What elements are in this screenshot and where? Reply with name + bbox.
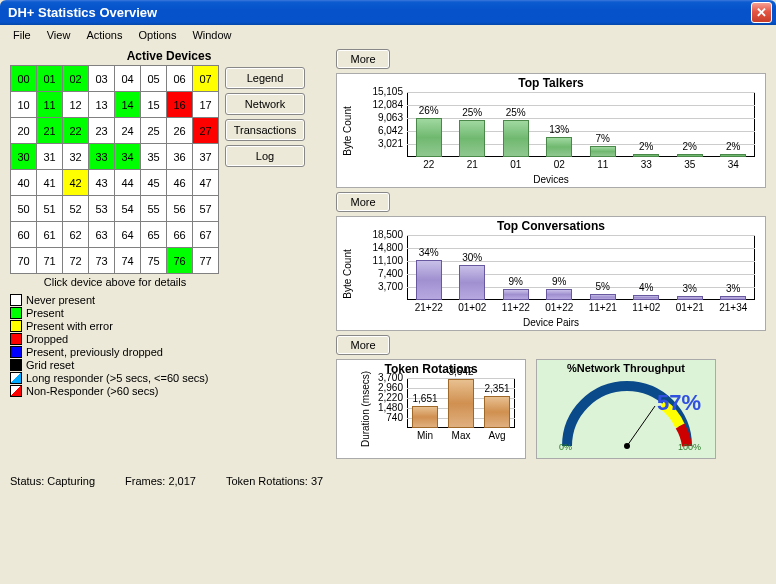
device-cell[interactable]: 74	[115, 248, 141, 274]
device-cell[interactable]: 04	[115, 66, 141, 92]
device-cell[interactable]: 62	[63, 222, 89, 248]
device-cell[interactable]: 14	[115, 92, 141, 118]
legend-row: Never present	[10, 294, 328, 306]
device-cell[interactable]: 07	[193, 66, 219, 92]
frames-label: Frames: 2,017	[125, 475, 196, 487]
bar-value-label: 2%	[683, 141, 697, 152]
network-button[interactable]: Network	[225, 93, 305, 115]
device-cell[interactable]: 10	[11, 92, 37, 118]
bar-value-label: 26%	[419, 105, 439, 116]
device-cell[interactable]: 31	[37, 144, 63, 170]
legend-row: Grid reset	[10, 359, 328, 371]
legend-swatch	[10, 372, 22, 384]
category-label: Max	[441, 430, 481, 441]
category-label: 21	[452, 159, 492, 170]
device-cell[interactable]: 17	[193, 92, 219, 118]
category-label: Avg	[477, 430, 517, 441]
device-cell[interactable]: 34	[115, 144, 141, 170]
device-cell[interactable]: 64	[115, 222, 141, 248]
y-tick: 15,105	[372, 86, 403, 97]
device-cell[interactable]: 71	[37, 248, 63, 274]
device-cell[interactable]: 25	[141, 118, 167, 144]
bar: 7%	[590, 146, 616, 157]
device-cell[interactable]: 61	[37, 222, 63, 248]
bar-value-label: 30%	[462, 252, 482, 263]
status-label: Status: Capturing	[10, 475, 95, 487]
device-cell[interactable]: 03	[89, 66, 115, 92]
device-cell[interactable]: 66	[167, 222, 193, 248]
device-cell[interactable]: 27	[193, 118, 219, 144]
device-cell[interactable]: 23	[89, 118, 115, 144]
close-icon[interactable]: ✕	[751, 2, 772, 23]
device-cell[interactable]: 77	[193, 248, 219, 274]
bar-value-label: 13%	[549, 124, 569, 135]
device-cell[interactable]: 54	[115, 196, 141, 222]
device-cell[interactable]: 05	[141, 66, 167, 92]
category-label: 01+02	[452, 302, 492, 313]
device-cell[interactable]: 16	[167, 92, 193, 118]
device-cell[interactable]: 42	[63, 170, 89, 196]
transactions-button[interactable]: Transactions	[225, 119, 305, 141]
device-cell[interactable]: 56	[167, 196, 193, 222]
device-cell[interactable]: 67	[193, 222, 219, 248]
category-label: 01+22	[539, 302, 579, 313]
device-cell[interactable]: 40	[11, 170, 37, 196]
device-cell[interactable]: 72	[63, 248, 89, 274]
device-cell[interactable]: 30	[11, 144, 37, 170]
device-cell[interactable]: 70	[11, 248, 37, 274]
device-cell[interactable]: 00	[11, 66, 37, 92]
legend-button[interactable]: Legend	[225, 67, 305, 89]
device-cell[interactable]: 63	[89, 222, 115, 248]
devices-title: Active Devices	[10, 49, 328, 63]
device-cell[interactable]: 12	[63, 92, 89, 118]
gauge-max: 100%	[678, 442, 701, 452]
device-cell[interactable]: 32	[63, 144, 89, 170]
bar-value-label: 7%	[596, 133, 610, 144]
device-cell[interactable]: 65	[141, 222, 167, 248]
device-cell[interactable]: 06	[167, 66, 193, 92]
device-cell[interactable]: 60	[11, 222, 37, 248]
device-cell[interactable]: 55	[141, 196, 167, 222]
device-cell[interactable]: 47	[193, 170, 219, 196]
device-cell[interactable]: 44	[115, 170, 141, 196]
bar: 2,351	[484, 396, 510, 428]
device-cell[interactable]: 37	[193, 144, 219, 170]
menu-file[interactable]: File	[6, 27, 38, 43]
device-cell[interactable]: 02	[63, 66, 89, 92]
device-cell[interactable]: 21	[37, 118, 63, 144]
device-cell[interactable]: 35	[141, 144, 167, 170]
device-cell[interactable]: 41	[37, 170, 63, 196]
device-cell[interactable]: 53	[89, 196, 115, 222]
device-cell[interactable]: 26	[167, 118, 193, 144]
device-cell[interactable]: 73	[89, 248, 115, 274]
device-cell[interactable]: 22	[63, 118, 89, 144]
device-cell[interactable]: 51	[37, 196, 63, 222]
device-cell[interactable]: 57	[193, 196, 219, 222]
device-cell[interactable]: 33	[89, 144, 115, 170]
log-button[interactable]: Log	[225, 145, 305, 167]
device-cell[interactable]: 36	[167, 144, 193, 170]
device-cell[interactable]: 52	[63, 196, 89, 222]
device-cell[interactable]: 46	[167, 170, 193, 196]
more-button-token[interactable]: More	[336, 335, 390, 355]
rotations-label: Token Rotations: 37	[226, 475, 323, 487]
device-cell[interactable]: 76	[167, 248, 193, 274]
device-cell[interactable]: 24	[115, 118, 141, 144]
more-button-conversations[interactable]: More	[336, 192, 390, 212]
device-cell[interactable]: 11	[37, 92, 63, 118]
menu-window[interactable]: Window	[185, 27, 238, 43]
device-cell[interactable]: 01	[37, 66, 63, 92]
menu-view[interactable]: View	[40, 27, 78, 43]
legend-row: Present	[10, 307, 328, 319]
svg-point-1	[624, 443, 630, 449]
menu-actions[interactable]: Actions	[79, 27, 129, 43]
device-cell[interactable]: 45	[141, 170, 167, 196]
device-cell[interactable]: 13	[89, 92, 115, 118]
more-button-talkers[interactable]: More	[336, 49, 390, 69]
device-cell[interactable]: 15	[141, 92, 167, 118]
device-cell[interactable]: 43	[89, 170, 115, 196]
menu-options[interactable]: Options	[131, 27, 183, 43]
device-cell[interactable]: 75	[141, 248, 167, 274]
device-cell[interactable]: 20	[11, 118, 37, 144]
device-cell[interactable]: 50	[11, 196, 37, 222]
